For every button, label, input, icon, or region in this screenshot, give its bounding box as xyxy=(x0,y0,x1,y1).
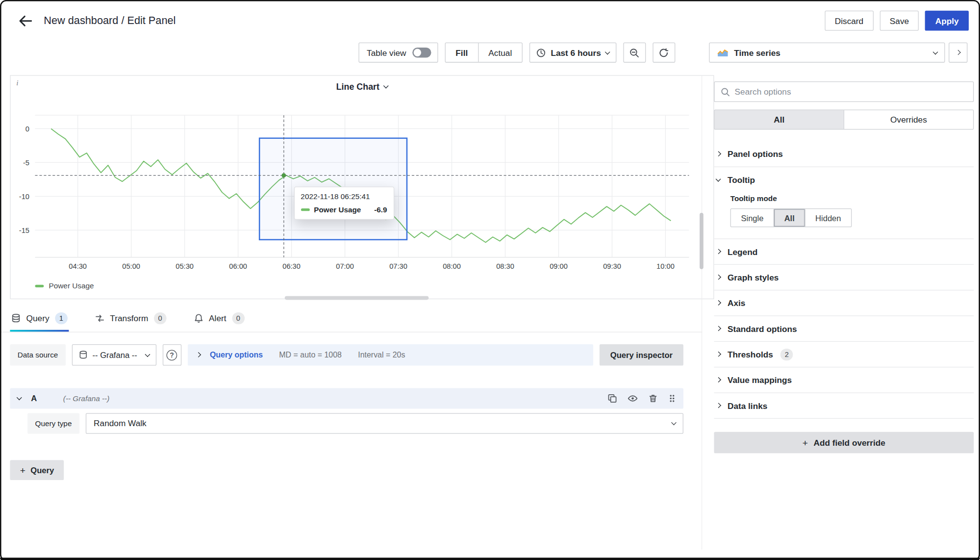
plus-icon: + xyxy=(803,437,808,448)
drag-handle-icon[interactable] xyxy=(668,394,676,403)
page-title: New dashboard / Edit Panel xyxy=(44,14,176,27)
datasource-label: Data source xyxy=(10,344,65,365)
duplicate-icon[interactable] xyxy=(607,394,617,403)
section-label: Panel options xyxy=(728,149,783,158)
zoom-out-button[interactable] xyxy=(623,43,646,63)
chevron-right-icon xyxy=(716,249,721,254)
query-inspector-button[interactable]: Query inspector xyxy=(600,344,683,365)
panel-toolbar: Table view Fill Actual Last 6 hours xyxy=(358,43,675,63)
query-options-bar[interactable]: Query options MD = auto = 1008 Interval … xyxy=(188,344,594,365)
options-pane-collapse-button[interactable] xyxy=(949,43,967,63)
datasource-row: Data source -- Grafana -- ? Query option… xyxy=(10,344,683,365)
max-datapoints-summary: MD = auto = 1008 xyxy=(279,351,342,359)
tab-all[interactable]: All xyxy=(715,110,844,129)
visualization-label: Time series xyxy=(734,48,780,57)
add-query-label: Query xyxy=(30,465,54,475)
svg-text:05:30: 05:30 xyxy=(176,262,194,270)
top-header: New dashboard / Edit Panel Discard Save … xyxy=(0,0,980,41)
section-panel-options[interactable]: Panel options xyxy=(714,141,974,167)
section-data-links[interactable]: Data links xyxy=(714,393,974,419)
window-bottom-edge xyxy=(0,558,980,560)
fill-option[interactable]: Fill xyxy=(446,43,478,62)
arrow-left-icon xyxy=(19,14,32,27)
section-standard-options[interactable]: Standard options xyxy=(714,316,974,342)
svg-text:10:00: 10:00 xyxy=(656,262,675,270)
search-icon xyxy=(721,87,730,96)
tab-query[interactable]: Query 1 xyxy=(10,309,69,332)
options-search[interactable] xyxy=(714,81,974,102)
back-button[interactable] xyxy=(14,9,36,32)
query-options-toggle[interactable]: Query options xyxy=(210,351,263,359)
transform-count-badge: 0 xyxy=(154,312,167,324)
chevron-right-icon xyxy=(716,403,721,408)
datasource-help-button[interactable]: ? xyxy=(163,344,181,365)
visualization-picker[interactable]: Time series xyxy=(709,43,945,63)
tab-alert-label: Alert xyxy=(209,313,226,323)
table-view-toggle[interactable] xyxy=(412,48,431,57)
options-sidebar: All Overrides Panel options Tooltip Tool… xyxy=(714,75,974,453)
query-row-header[interactable]: A (-- Grafana --) xyxy=(10,388,683,408)
chevron-right-icon xyxy=(716,326,721,331)
section-label: Axis xyxy=(728,298,745,307)
eye-icon[interactable] xyxy=(628,394,637,403)
section-thresholds[interactable]: Thresholds 2 xyxy=(714,342,974,367)
chevron-right-icon xyxy=(716,352,721,357)
datasource-picker[interactable]: -- Grafana -- xyxy=(72,344,156,365)
discard-button[interactable]: Discard xyxy=(825,11,873,31)
tooltip-mode-label: Tooltip mode xyxy=(730,194,974,203)
refresh-button[interactable] xyxy=(653,43,675,63)
tooltip-mode-single[interactable]: Single xyxy=(731,209,774,227)
section-axis[interactable]: Axis xyxy=(714,290,974,316)
query-type-select[interactable]: Random Walk xyxy=(86,413,683,433)
tabs-divider xyxy=(0,332,702,332)
chevron-down-icon xyxy=(17,395,22,400)
save-button[interactable]: Save xyxy=(879,11,919,31)
vertical-scrollbar-thumb[interactable] xyxy=(700,213,704,269)
time-range-label: Last 6 hours xyxy=(551,48,601,57)
actual-option[interactable]: Actual xyxy=(478,43,522,62)
section-legend[interactable]: Legend xyxy=(714,239,974,265)
svg-text:05:00: 05:00 xyxy=(122,262,140,270)
apply-button[interactable]: Apply xyxy=(925,11,969,31)
section-label: Legend xyxy=(728,247,757,256)
alert-count-badge: 0 xyxy=(232,312,245,324)
svg-text:-10: -10 xyxy=(19,193,29,201)
query-row-actions xyxy=(607,394,676,403)
tooltip-section-content: Tooltip mode Single All Hidden xyxy=(714,193,974,239)
svg-text:08:30: 08:30 xyxy=(496,262,514,270)
timeseries-chart-icon xyxy=(717,49,729,57)
chevron-right-icon xyxy=(196,353,201,357)
svg-text:-5: -5 xyxy=(23,159,29,167)
options-search-input[interactable] xyxy=(735,87,967,96)
add-query-button[interactable]: + Query xyxy=(10,460,64,480)
legend-item-power-usage[interactable]: Power Usage xyxy=(35,281,94,290)
section-label: Thresholds xyxy=(728,350,773,359)
section-label: Graph styles xyxy=(728,273,779,282)
bell-icon xyxy=(194,313,203,323)
tab-transform[interactable]: Transform 0 xyxy=(94,309,168,332)
time-range-picker[interactable]: Last 6 hours xyxy=(529,43,616,63)
horizontal-scrollbar-thumb[interactable] xyxy=(285,296,429,300)
tooltip-mode-hidden[interactable]: Hidden xyxy=(804,209,851,227)
tab-overrides[interactable]: Overrides xyxy=(844,110,973,129)
toggle-knob xyxy=(414,49,421,56)
trash-icon[interactable] xyxy=(648,394,657,403)
tooltip-mode-all[interactable]: All xyxy=(774,209,804,227)
svg-text:04:30: 04:30 xyxy=(69,262,87,270)
query-ref-id: A xyxy=(31,394,37,403)
chart-tooltip: 2022-11-18 06:25:41 Power Usage -6.9 xyxy=(294,187,394,220)
tooltip-series-value: -6.9 xyxy=(365,205,387,214)
tab-transform-label: Transform xyxy=(110,313,148,323)
section-graph-styles[interactable]: Graph styles xyxy=(714,265,974,290)
add-field-override-button[interactable]: + Add field override xyxy=(714,432,974,453)
interval-summary: Interval = 20s xyxy=(358,351,405,359)
tab-alert[interactable]: Alert 0 xyxy=(193,309,246,332)
refresh-icon xyxy=(659,48,669,57)
svg-text:07:30: 07:30 xyxy=(389,262,407,270)
query-type-value: Random Walk xyxy=(94,419,147,428)
section-tooltip[interactable]: Tooltip xyxy=(714,167,974,193)
section-value-mappings[interactable]: Value mappings xyxy=(714,367,974,393)
fill-actual-segmented: Fill Actual xyxy=(445,43,523,63)
svg-text:06:30: 06:30 xyxy=(282,262,301,270)
options-sections: Panel options Tooltip Tooltip mode Singl… xyxy=(714,141,974,418)
